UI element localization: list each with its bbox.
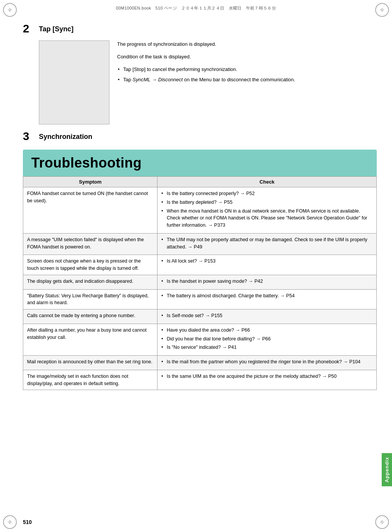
check-item: Did you hear the dial tone before dialli… [161,335,373,343]
symptom-cell: FOMA handset cannot be turned ON (the ha… [23,187,157,234]
symptom-cell: The image/melody set in each function do… [23,370,157,390]
table-row: After dialling a number, you hear a busy… [23,324,377,355]
check-cell: The battery is almost discharged. Charge… [157,289,377,310]
step-2-bullets: Tap [Stop] to cancel the performing sync… [117,66,377,84]
top-metadata: 00M1000EN.book 510 ページ ２０４年１１月２４日 水曜日 午前… [116,5,276,11]
appendix-label: Appendix [382,453,392,486]
step-2-desc-line1: The progress of synchronization is displ… [117,40,377,48]
check-item: Is the battery depleted? → P55 [161,199,373,206]
step-2-number: 2 [23,23,34,34]
step-2-description: The progress of synchronization is displ… [117,40,377,124]
step-2-title: Tap [Sync] [39,23,74,33]
symptom-cell: Screen does not change when a key is pre… [23,255,157,275]
corner-decoration-tr [375,3,389,17]
corner-decoration-tl [3,3,17,17]
screenshot-placeholder [39,40,109,124]
check-cell: The UIM may not be properly attached or … [157,233,377,255]
check-item: The UIM may not be properly attached or … [161,236,373,251]
step-3-header: 3 Synchronization [23,131,377,142]
table-row: Calls cannot be made by entering a phone… [23,310,377,324]
symptom-cell: A message "UIM selection failed" is disp… [23,233,157,255]
step-2-bullet-2: Tap SyncML → Disconnect on the Menu bar … [117,76,377,84]
symptom-header: Symptom [23,177,157,187]
troubleshooting-title: Troubleshooting [31,155,368,171]
step-2-desc-line2: Condition of the task is displayed. [117,53,377,61]
check-cell: Is Self-mode set? → P155 [157,310,377,324]
symptom-cell: "Battery Status: Very Low Recharge Batte… [23,289,157,310]
troubleshooting-table: Symptom Check FOMA handset cannot be tur… [23,176,377,390]
symptom-cell: The display gets dark, and indication di… [23,275,157,289]
symptom-cell: Mail reception is announced by other tha… [23,356,157,370]
corner-decoration-br [375,515,389,529]
check-item: Is the mail from the partner whom you re… [161,358,373,366]
step-2-content: The progress of synchronization is displ… [23,40,377,124]
check-item: Is the same UIM as the one acquired the … [161,373,373,380]
main-content: 2 Tap [Sync] The progress of synchroniza… [23,15,377,509]
step-3-title: Synchronization [39,131,92,141]
table-row: The image/melody set in each function do… [23,370,377,390]
check-item: Is Self-mode set? → P155 [161,312,373,319]
step-3-number: 3 [23,131,34,142]
table-row: The display gets dark, and indication di… [23,275,377,289]
page-number: 510 [23,519,32,525]
step-2-bullet-1: Tap [Stop] to cancel the performing sync… [117,66,377,73]
symptom-cell: Calls cannot be made by entering a phone… [23,310,157,324]
check-item: When the mova handset is ON in a dual ne… [161,208,373,229]
table-header-row: Symptom Check [23,177,377,187]
check-cell: Is the battery connected properly? → P52… [157,187,377,234]
check-cell: Is the mail from the partner whom you re… [157,356,377,370]
troubleshooting-section: Troubleshooting Symptom Check FOMA hands… [23,150,377,390]
check-cell: Is the same UIM as the one acquired the … [157,370,377,390]
table-row: Mail reception is announced by other tha… [23,356,377,370]
table-row: Screen does not change when a key is pre… [23,255,377,275]
check-item: The battery is almost discharged. Charge… [161,292,373,300]
troubleshooting-header: Troubleshooting [23,150,377,176]
table-row: A message "UIM selection failed" is disp… [23,233,377,255]
corner-decoration-bl [3,515,17,529]
check-item: Is "No service" indicated? → P41 [161,344,373,351]
table-row: FOMA handset cannot be turned ON (the ha… [23,187,377,234]
check-cell: Is All lock set? → P153 [157,255,377,275]
check-cell: Is the handset in power saving mode? → P… [157,275,377,289]
check-item: Have you dialed the area code? → P66 [161,327,373,334]
check-header: Check [157,177,377,187]
check-item: Is the battery connected properly? → P52 [161,190,373,197]
check-item: Is the handset in power saving mode? → P… [161,278,373,285]
table-row: "Battery Status: Very Low Recharge Batte… [23,289,377,310]
check-item: Is All lock set? → P153 [161,258,373,265]
check-cell: Have you dialed the area code? → P66Did … [157,324,377,355]
step-2-header: 2 Tap [Sync] [23,23,377,34]
symptom-cell: After dialling a number, you hear a busy… [23,324,157,355]
